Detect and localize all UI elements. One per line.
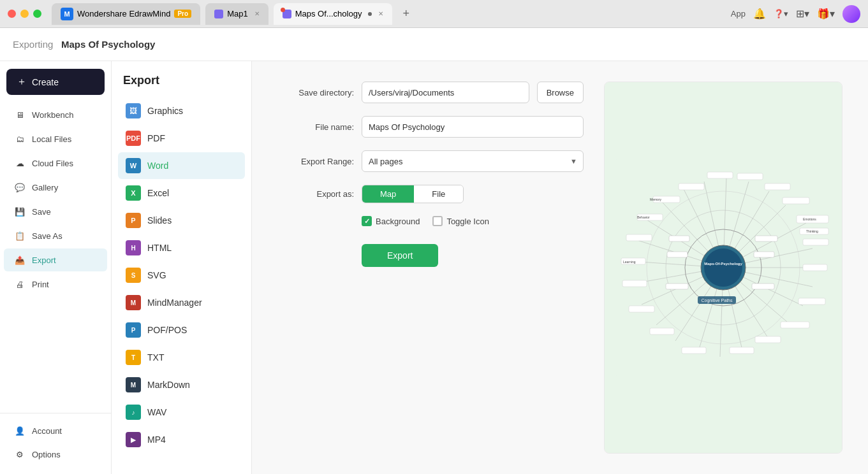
workbench-icon: 🖥 <box>14 109 26 120</box>
pdf-icon: PDF <box>126 131 141 146</box>
export-item-svg[interactable]: S SVG <box>118 262 245 289</box>
export-item-wav[interactable]: ♪ WAV <box>118 399 245 426</box>
sidebar-item-account-label: Account <box>32 426 62 436</box>
export-item-pdf[interactable]: PDF PDF <box>118 125 245 152</box>
svg-rect-52 <box>755 236 777 241</box>
export-item-mindmanager[interactable]: M MindManager <box>118 289 245 316</box>
sidebar-item-cloud-files[interactable]: ☁ Cloud Files <box>4 152 107 175</box>
sidebar-item-account[interactable]: 👤 Account <box>4 419 107 442</box>
sidebar-item-options[interactable]: ⚙ Options <box>4 443 107 466</box>
export-item-html[interactable]: H HTML <box>118 234 245 261</box>
svg-text:Behavior: Behavior <box>637 215 650 219</box>
tab-maps-psychology[interactable]: Maps Of...chology ✕ <box>274 3 393 25</box>
export-range-select-wrapper: All pages Current page Selected pages ▼ <box>362 150 584 172</box>
sidebar-item-workbench-label: Workbench <box>32 110 74 120</box>
exporting-label: Exporting <box>13 39 53 50</box>
new-tab-button[interactable]: + <box>397 7 415 20</box>
export-item-graphics[interactable]: 🖼 Graphics <box>118 97 245 124</box>
export-range-select[interactable]: All pages Current page Selected pages <box>362 150 584 172</box>
maps-psychology-tab-icon <box>283 10 291 18</box>
sidebar-item-save-as-label: Save As <box>32 231 63 241</box>
svg-rect-54 <box>752 284 774 289</box>
map1-tab-icon <box>214 10 223 18</box>
gallery-icon: 💬 <box>14 182 26 193</box>
sidebar-item-save[interactable]: 💾 Save <box>4 200 107 223</box>
sidebar-item-print[interactable]: 🖨 Print <box>4 273 107 296</box>
save-icon: 💾 <box>14 206 26 217</box>
export-as-map-button[interactable]: Map <box>362 185 414 203</box>
create-button[interactable]: ＋ Create <box>6 69 105 95</box>
export-item-pdf-label: PDF <box>147 133 165 143</box>
maximize-window-button[interactable] <box>33 10 41 18</box>
svg-rect-57 <box>669 236 689 241</box>
export-item-word-label: Word <box>147 161 168 171</box>
tab-map1[interactable]: Map1 ✕ <box>205 3 268 25</box>
document-title: Maps Of Psychology <box>61 39 156 50</box>
sidebar-item-save-as[interactable]: 📋 Save As <box>4 224 107 247</box>
toggle-icon-checkbox-item[interactable]: Toggle Icon <box>432 216 489 226</box>
export-item-txt-label: TXT <box>147 352 164 363</box>
svg-rect-34 <box>803 264 827 271</box>
pof-icon: P <box>126 322 141 338</box>
export-as-label: Export as: <box>277 189 354 199</box>
minimize-window-button[interactable] <box>20 10 29 18</box>
background-checkbox[interactable]: ✓ <box>362 216 372 226</box>
mp4-icon: ▶ <box>126 432 141 447</box>
svg-text:Memory: Memory <box>650 198 662 201</box>
save-directory-row: Save directory: Browse <box>277 82 584 103</box>
svg-rect-53 <box>754 252 774 257</box>
export-panel-title: Export <box>118 74 245 87</box>
browse-button[interactable]: Browse <box>537 82 584 103</box>
titlebar: M Wondershare EdrawMind Pro Map1 ✕ Maps … <box>0 0 868 28</box>
help-menu-button[interactable]: ❓▾ <box>774 9 788 18</box>
export-as-toggle-group: Map File <box>362 185 464 203</box>
markdown-icon: M <box>126 377 141 392</box>
wav-icon: ♪ <box>126 405 141 420</box>
background-check-mark: ✓ <box>364 217 370 226</box>
svg-rect-37 <box>755 336 781 343</box>
app-tab-edrawmind[interactable]: M Wondershare EdrawMind Pro <box>52 3 200 25</box>
export-item-txt[interactable]: T TXT <box>118 344 245 371</box>
export-item-slides[interactable]: P Slides <box>118 207 245 234</box>
notifications-icon[interactable]: 🔔 <box>753 8 766 20</box>
export-item-mp4[interactable]: ▶ MP4 <box>118 426 245 453</box>
sidebar-item-cloud-label: Cloud Files <box>32 159 73 168</box>
mind-map-preview: Maps-Of-Psychology <box>605 82 842 453</box>
sidebar-item-export[interactable]: 📤 Export <box>4 248 107 271</box>
local-files-icon: 🗂 <box>14 133 26 145</box>
export-item-word[interactable]: W Word <box>118 152 245 179</box>
export-as-file-button[interactable]: File <box>414 185 463 203</box>
save-directory-input[interactable] <box>362 82 529 103</box>
app-button[interactable]: App <box>731 9 746 18</box>
sidebar-item-gallery[interactable]: 💬 Gallery <box>4 176 107 199</box>
html-icon: H <box>126 240 141 255</box>
background-checkbox-item[interactable]: ✓ Background <box>362 216 420 226</box>
grid-menu-button[interactable]: ⊞▾ <box>796 8 809 20</box>
svg-icon: S <box>126 268 141 283</box>
excel-icon: X <box>126 185 141 201</box>
toggle-icon-checkbox[interactable] <box>432 216 443 226</box>
file-name-input[interactable] <box>362 116 584 138</box>
tab-maps-psychology-close-icon[interactable]: ✕ <box>378 10 383 17</box>
tab-map1-close-icon[interactable]: ✕ <box>254 10 260 17</box>
export-item-excel[interactable]: X Excel <box>118 180 245 206</box>
file-name-row: File name: <box>277 116 584 138</box>
header: Exporting Maps Of Psychology <box>0 28 868 61</box>
export-item-mp4-label: MP4 <box>147 434 166 445</box>
tab-unsaved-dot <box>368 12 372 16</box>
export-item-slides-label: Slides <box>147 215 172 226</box>
user-avatar[interactable] <box>842 5 860 23</box>
export-action-button[interactable]: Export <box>362 244 438 267</box>
export-item-wav-label: WAV <box>147 407 166 417</box>
export-item-markdown[interactable]: M MarkDown <box>118 371 245 398</box>
close-window-button[interactable] <box>8 10 16 18</box>
svg-text:Maps-Of-Psychology: Maps-Of-Psychology <box>704 262 742 266</box>
sidebar-item-local-files[interactable]: 🗂 Local Files <box>4 127 107 150</box>
sidebar-item-workbench[interactable]: 🖥 Workbench <box>4 103 107 126</box>
svg-text:Cognitive Paths: Cognitive Paths <box>701 298 733 303</box>
export-item-pof[interactable]: P POF/POS <box>118 317 245 343</box>
export-item-markdown-label: MarkDown <box>147 380 190 390</box>
tab-maps-psychology-label: Maps Of...chology <box>295 9 362 18</box>
export-range-label: Export Range: <box>277 157 354 166</box>
gift-button[interactable]: 🎁▾ <box>817 8 835 20</box>
